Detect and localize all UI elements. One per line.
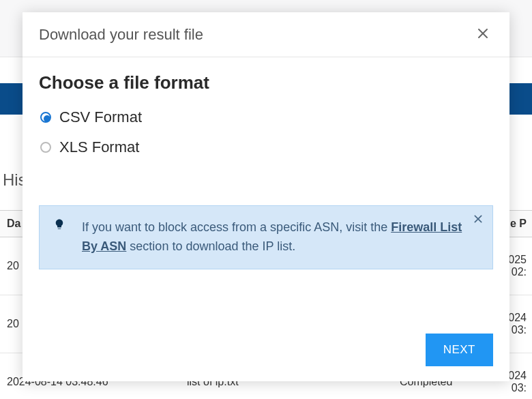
banner-close-button[interactable]: [472, 213, 484, 227]
section-title: Choose a file format: [39, 72, 493, 93]
info-prefix: If you want to block access from a speci…: [82, 220, 391, 234]
modal-body: Choose a file format CSV Format XLS Form…: [23, 57, 509, 321]
format-radio-group: CSV Format XLS Format: [40, 108, 493, 156]
modal-footer: NEXT: [23, 321, 509, 381]
radio-label: CSV Format: [59, 108, 142, 126]
radio-indicator: [40, 112, 51, 123]
close-icon: [473, 216, 483, 226]
radio-label: XLS Format: [59, 138, 139, 156]
radio-csv[interactable]: CSV Format: [40, 108, 493, 126]
close-icon: [477, 27, 489, 42]
radio-xls[interactable]: XLS Format: [40, 138, 493, 156]
info-suffix: section to download the IP list.: [126, 239, 295, 253]
modal-header: Download your result file: [23, 12, 509, 57]
download-modal: Download your result file Choose a file …: [23, 12, 509, 381]
info-banner: If you want to block access from a speci…: [39, 205, 493, 269]
next-button[interactable]: NEXT: [426, 334, 493, 366]
close-button[interactable]: [474, 25, 492, 44]
modal-title: Download your result file: [39, 26, 203, 44]
lightbulb-icon: [53, 218, 65, 233]
radio-indicator: [40, 142, 51, 153]
info-text: If you want to block access from a speci…: [75, 218, 465, 256]
